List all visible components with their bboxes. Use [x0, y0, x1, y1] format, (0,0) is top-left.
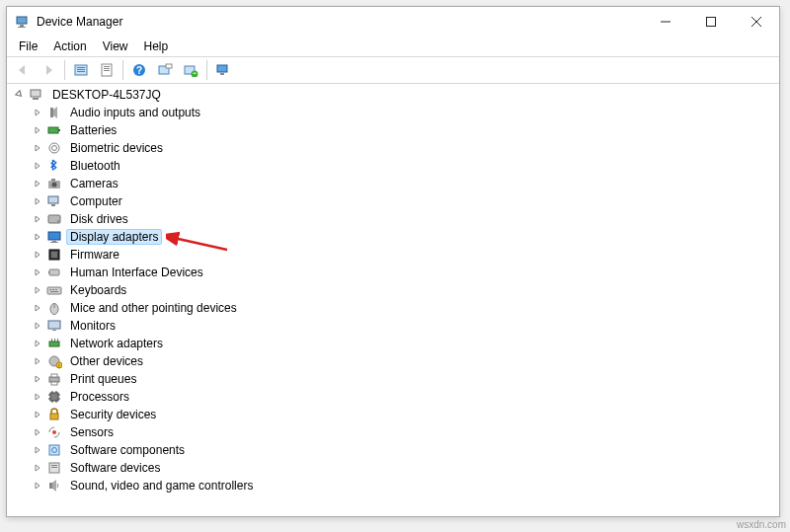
security-icon [46, 407, 62, 422]
svg-rect-63 [50, 393, 58, 401]
tree-item[interactable]: Firmware [9, 246, 779, 264]
tree-item-label: Keyboards [66, 282, 130, 298]
tree-item[interactable]: Cameras [9, 175, 779, 192]
scan-hardware-button[interactable] [211, 59, 235, 81]
mouse-icon [46, 300, 62, 316]
tree-item[interactable]: Audio inputs and outputs [9, 104, 779, 121]
maximize-button[interactable] [688, 7, 734, 37]
device-tree[interactable]: DESKTOP-4L537JQ Audio inputs and outputs… [7, 84, 779, 516]
expander-icon[interactable] [13, 88, 27, 102]
show-hidden-button[interactable] [69, 59, 93, 81]
tree-root[interactable]: DESKTOP-4L537JQ [9, 86, 779, 104]
menu-file[interactable]: File [11, 38, 45, 54]
close-button[interactable] [734, 7, 779, 37]
tree-item[interactable]: Sound, video and game controllers [9, 477, 779, 494]
svg-rect-13 [104, 68, 110, 69]
audio-icon [46, 105, 62, 120]
svg-rect-43 [48, 271, 49, 273]
menu-action[interactable]: Action [45, 38, 94, 54]
tree-item-label: Human Interface Devices [66, 265, 207, 280]
firmware-icon [46, 247, 62, 263]
expander-icon[interactable] [31, 212, 44, 226]
expander-icon[interactable] [31, 372, 44, 386]
tree-item[interactable]: Human Interface Devices [9, 264, 779, 281]
tree-item[interactable]: Mice and other pointing devices [9, 299, 779, 317]
svg-rect-38 [52, 241, 56, 242]
toolbar-separator [206, 60, 207, 80]
expander-icon[interactable] [31, 301, 44, 315]
tree-item[interactable]: Bluetooth [9, 157, 779, 175]
tree-item-label: Batteries [66, 122, 120, 138]
tree-item-label: Network adapters [66, 336, 167, 351]
tree-item[interactable]: Sensors [9, 423, 779, 441]
svg-rect-72 [50, 414, 58, 419]
expander-icon[interactable] [31, 266, 44, 279]
update-driver-button[interactable] [153, 59, 177, 81]
expander-icon[interactable] [31, 177, 44, 190]
svg-rect-27 [58, 129, 60, 131]
svg-rect-1 [20, 25, 24, 27]
network-icon [46, 336, 62, 351]
expander-icon[interactable] [31, 461, 44, 475]
svg-point-73 [52, 430, 56, 434]
tree-item-label: Mice and other pointing devices [66, 300, 241, 316]
expander-icon[interactable] [31, 354, 44, 368]
tree-item-label: Bluetooth [66, 158, 124, 174]
expander-icon[interactable] [31, 106, 44, 119]
tree-item[interactable]: Software components [9, 441, 779, 459]
tree-item[interactable]: Software devices [9, 459, 779, 477]
expander-icon[interactable] [31, 283, 44, 297]
tree-item[interactable]: Print queues [9, 370, 779, 388]
svg-rect-23 [31, 90, 40, 97]
tree-item[interactable]: Batteries [9, 121, 779, 139]
tree-item-label: Display adapters [66, 229, 162, 245]
expander-icon[interactable] [31, 248, 44, 262]
tree-item[interactable]: Biometric devices [9, 139, 779, 157]
expander-icon[interactable] [31, 425, 44, 439]
svg-rect-39 [50, 242, 58, 243]
expander-icon[interactable] [31, 230, 44, 244]
expander-icon[interactable] [31, 159, 44, 173]
tree-item[interactable]: Security devices [9, 406, 779, 423]
software-icon [46, 442, 62, 458]
tree-item[interactable]: Disk drives [9, 210, 779, 228]
tree-item-label: Software components [66, 442, 189, 458]
svg-rect-37 [48, 232, 60, 240]
minimize-button[interactable] [643, 7, 688, 37]
tree-item[interactable]: Network adapters [9, 335, 779, 352]
expander-icon[interactable] [31, 319, 44, 333]
expander-icon[interactable] [31, 479, 44, 493]
svg-rect-34 [51, 204, 55, 206]
svg-rect-53 [49, 342, 59, 346]
tree-item-label: Monitors [66, 318, 119, 334]
svg-rect-78 [51, 467, 57, 468]
uninstall-button[interactable] [179, 59, 202, 81]
help-button[interactable]: ? [127, 59, 151, 81]
expander-icon[interactable] [31, 443, 44, 457]
tree-item[interactable]: Computer [9, 192, 779, 210]
tree-item-label: Other devices [66, 353, 147, 369]
expander-icon[interactable] [31, 194, 44, 208]
svg-rect-48 [50, 291, 58, 292]
tree-item[interactable]: Keyboards [9, 281, 779, 299]
tree-item[interactable]: !Other devices [9, 352, 779, 370]
tree-item[interactable]: Processors [9, 388, 779, 406]
menu-view[interactable]: View [95, 38, 136, 54]
expander-icon[interactable] [31, 390, 44, 404]
properties-button[interactable] [95, 59, 118, 81]
tree-item[interactable]: Monitors [9, 317, 779, 335]
svg-rect-52 [52, 330, 56, 331]
computer-root-icon [29, 87, 44, 103]
expander-icon[interactable] [31, 123, 44, 137]
forward-button [37, 59, 60, 81]
expander-icon[interactable] [31, 141, 44, 155]
tree-item-label: Disk drives [66, 211, 132, 227]
expander-icon[interactable] [31, 337, 44, 350]
svg-rect-32 [51, 179, 55, 181]
svg-rect-54 [51, 339, 52, 342]
svg-rect-45 [49, 289, 51, 290]
svg-point-36 [57, 220, 59, 222]
tree-item[interactable]: Display adapters [9, 228, 779, 246]
menu-help[interactable]: Help [136, 38, 177, 54]
expander-icon[interactable] [31, 408, 44, 421]
